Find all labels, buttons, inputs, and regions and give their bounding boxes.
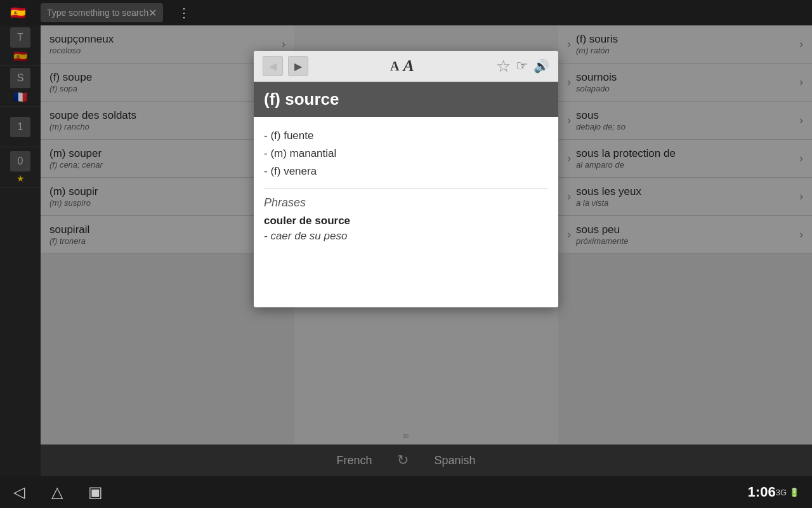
prev-button[interactable]: ◀	[263, 56, 283, 76]
back-icon: ◁	[13, 483, 25, 501]
next-icon: ▶	[294, 60, 302, 72]
modal-actions: ☆ ☞ 🔊	[496, 57, 549, 76]
font-large-button[interactable]: A	[403, 57, 414, 76]
favorite-star-icon[interactable]: ☆	[496, 57, 511, 76]
recents-button[interactable]: ▣	[76, 479, 114, 505]
phrase-translation-1: - caer de su peso	[264, 230, 548, 243]
modal-body: - (f) fuente - (m) manantial - (f) vener…	[254, 117, 558, 307]
battery-icon: 🔋	[789, 488, 799, 497]
modal-headword: (f) source	[264, 90, 339, 109]
clock: 1:06	[748, 484, 776, 500]
home-icon: △	[51, 483, 63, 501]
status-bar: 🇪🇸 Type something to search ✕ ⋮	[0, 0, 812, 25]
search-close-icon[interactable]: ✕	[148, 7, 157, 19]
modal-card: ◀ ▶ A A ☆ ☞ 🔊 (f) source - (f) fuente - …	[254, 51, 558, 307]
prev-icon: ◀	[269, 60, 277, 72]
modal-toolbar: ◀ ▶ A A ☆ ☞ 🔊	[254, 51, 558, 82]
phrases-label: Phrases	[264, 196, 548, 210]
network-label: 3G	[776, 488, 787, 497]
status-icons: 3G 🔋	[776, 488, 799, 497]
nav-bar: ◁ △ ▣ 1:06 3G 🔋	[0, 476, 812, 508]
translation-item-1: - (f) fuente	[264, 127, 548, 145]
translation-item-3: - (f) venera	[264, 163, 548, 180]
phrase-1: couler de source	[264, 215, 548, 227]
modal-header: (f) source	[254, 82, 558, 117]
search-bar[interactable]: Type something to search ✕	[41, 3, 163, 22]
modal-overlay: ◀ ▶ A A ☆ ☞ 🔊 (f) source - (f) fuente - …	[0, 25, 812, 476]
font-controls: A A	[313, 57, 491, 76]
app-icon: 🇪🇸	[6, 1, 29, 24]
home-button[interactable]: △	[38, 479, 76, 505]
font-small-button[interactable]: A	[390, 59, 399, 74]
translation-item-2: - (m) manantial	[264, 145, 548, 163]
speaker-icon[interactable]: 🔊	[534, 58, 549, 74]
search-placeholder: Type something to search	[47, 8, 148, 18]
next-button[interactable]: ▶	[288, 56, 308, 76]
back-button[interactable]: ◁	[0, 479, 38, 505]
divider	[264, 188, 548, 189]
menu-icon[interactable]: ⋮	[174, 5, 193, 20]
status-bar-left: 🇪🇸 Type something to search ✕ ⋮	[6, 1, 193, 24]
touch-icon[interactable]: ☞	[516, 58, 528, 74]
recents-icon: ▣	[88, 483, 103, 501]
